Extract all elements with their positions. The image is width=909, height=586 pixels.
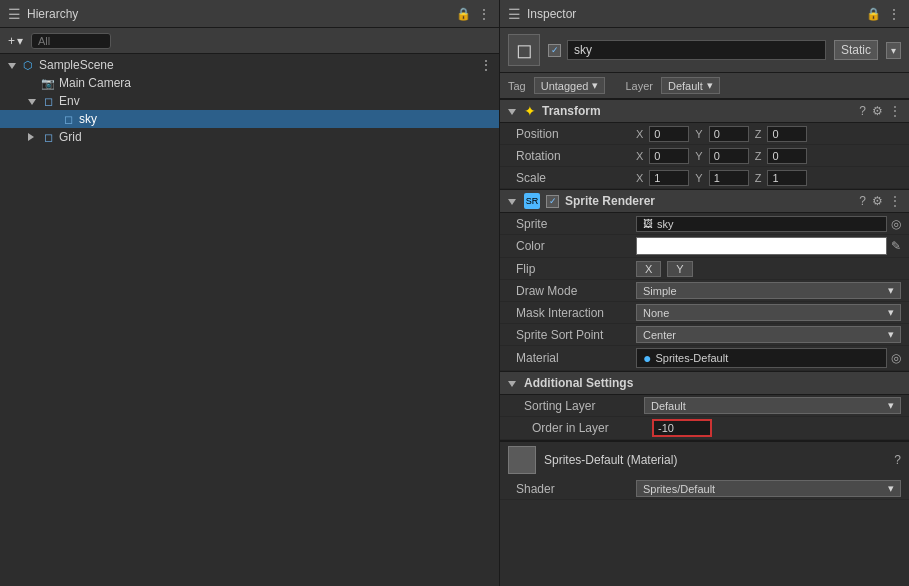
inspector-title: Inspector (527, 7, 576, 21)
tree-item-sky[interactable]: ◻ sky (0, 110, 499, 128)
scale-x-input[interactable] (649, 170, 689, 186)
hierarchy-search-input[interactable] (31, 33, 111, 49)
transform-icon: ✦ (524, 103, 536, 119)
sprite-renderer-arrow[interactable] (508, 196, 518, 207)
inspector-lock-icon[interactable]: 🔒 (866, 7, 881, 21)
transform-help-icon[interactable]: ? (859, 104, 866, 118)
rot-z-input[interactable] (767, 148, 807, 164)
hierarchy-header: ☰ Hierarchy 🔒 ⋮ (0, 0, 499, 28)
color-label: Color (516, 239, 636, 253)
inspector-header-icons: 🔒 ⋮ (866, 6, 901, 22)
scale-x-label: X (636, 172, 643, 184)
pos-y-input[interactable] (709, 126, 749, 142)
object-active-checkbox[interactable]: ✓ (548, 44, 561, 57)
sprite-renderer-help-icon[interactable]: ? (859, 194, 866, 208)
add-plus-label: + (8, 34, 15, 48)
sprite-renderer-settings-icon[interactable]: ⚙ (872, 194, 883, 208)
flip-row: Flip X Y (500, 258, 909, 280)
rot-y-input[interactable] (709, 148, 749, 164)
layer-dropdown[interactable]: Default ▾ (661, 77, 720, 94)
tag-dropdown[interactable]: Untagged ▾ (534, 77, 606, 94)
sprite-sort-point-dropdown[interactable]: Center ▾ (636, 326, 901, 343)
draw-mode-arrow: ▾ (888, 284, 894, 297)
material-label: Material (516, 351, 636, 365)
sprite-thumbnail-icon: 🖼 (643, 218, 653, 229)
transform-settings-icon[interactable]: ⚙ (872, 104, 883, 118)
maincamera-icon: 📷 (40, 75, 56, 91)
tag-value: Untagged (541, 80, 589, 92)
material-dot-icon: ● (643, 350, 651, 366)
color-picker[interactable] (636, 237, 887, 255)
pos-z-input[interactable] (767, 126, 807, 142)
inspector-more-icon[interactable]: ⋮ (887, 6, 901, 22)
shader-label: Shader (516, 482, 636, 496)
sprite-value: sky (657, 218, 674, 230)
samplescene-dots[interactable]: ⋮ (479, 57, 499, 73)
layer-label: Layer (625, 80, 653, 92)
mask-interaction-arrow: ▾ (888, 306, 894, 319)
mask-interaction-value: None (643, 307, 669, 319)
additional-settings-title: Additional Settings (524, 376, 901, 390)
draw-mode-label: Draw Mode (516, 284, 636, 298)
sprite-renderer-more-icon[interactable]: ⋮ (889, 194, 901, 208)
static-button[interactable]: Static (834, 40, 878, 60)
tree-item-maincamera[interactable]: 📷 Main Camera (0, 74, 499, 92)
sprite-renderer-enable-checkbox[interactable]: ✓ (546, 195, 559, 208)
material-section-controls: ? (894, 453, 901, 467)
rotation-row: Rotation X Y Z (500, 145, 909, 167)
hierarchy-toolbar: + ▾ (0, 28, 499, 54)
sprite-renderer-controls: ? ⚙ ⋮ (859, 194, 901, 208)
scale-y-input[interactable] (709, 170, 749, 186)
sprite-picker-icon[interactable]: ◎ (891, 217, 901, 231)
shader-dropdown-arrow: ▾ (888, 482, 894, 495)
sprite-input[interactable]: 🖼 sky (636, 216, 887, 232)
flip-y-button[interactable]: Y (667, 261, 692, 277)
env-arrow (28, 96, 40, 107)
mask-interaction-dropdown[interactable]: None ▾ (636, 304, 901, 321)
tree-item-env[interactable]: ◻ Env (0, 92, 499, 110)
sprite-sort-point-row: Sprite Sort Point Center ▾ (500, 324, 909, 346)
hierarchy-header-left: ☰ Hierarchy (8, 6, 78, 22)
add-arrow-label: ▾ (17, 34, 23, 48)
hierarchy-more-icon[interactable]: ⋮ (477, 6, 491, 22)
material-value: Sprites-Default (655, 352, 728, 364)
hierarchy-lock-icon[interactable]: 🔒 (456, 7, 471, 21)
object-name-input[interactable] (567, 40, 826, 60)
material-input[interactable]: ● Sprites-Default (636, 348, 887, 368)
hierarchy-menu-icon[interactable]: ☰ (8, 6, 21, 22)
color-picker-icon[interactable]: ✎ (891, 239, 901, 253)
mask-interaction-row: Mask Interaction None ▾ (500, 302, 909, 324)
position-values: X Y Z (636, 126, 901, 142)
samplescene-icon: ⬡ (20, 57, 36, 73)
add-button[interactable]: + ▾ (8, 34, 23, 48)
hierarchy-title: Hierarchy (27, 7, 78, 21)
tree-item-grid[interactable]: ◻ Grid (0, 128, 499, 146)
material-picker-icon[interactable]: ◎ (891, 351, 901, 365)
transform-more-icon[interactable]: ⋮ (889, 104, 901, 118)
transform-title: Transform (542, 104, 853, 118)
rot-x-input[interactable] (649, 148, 689, 164)
scale-z-input[interactable] (767, 170, 807, 186)
material-help-icon[interactable]: ? (894, 453, 901, 467)
hierarchy-tree: ⬡ SampleScene ⋮ 📷 Main Camera ◻ Env ◻ sk… (0, 54, 499, 586)
sprite-renderer-title: Sprite Renderer (565, 194, 853, 208)
additional-settings-arrow[interactable] (508, 378, 518, 389)
shader-dropdown[interactable]: Sprites/Default ▾ (636, 480, 901, 497)
transform-arrow[interactable] (508, 106, 518, 117)
rotation-values: X Y Z (636, 148, 901, 164)
scale-row: Scale X Y Z (500, 167, 909, 189)
pos-x-label: X (636, 128, 643, 140)
pos-y-label: Y (695, 128, 702, 140)
layer-dropdown-arrow: ▾ (707, 79, 713, 92)
inspector-menu-icon[interactable]: ☰ (508, 6, 521, 22)
grid-label: Grid (59, 130, 82, 144)
pos-x-input[interactable] (649, 126, 689, 142)
tree-item-samplescene[interactable]: ⬡ SampleScene ⋮ (0, 56, 499, 74)
sorting-layer-value: Default (651, 400, 686, 412)
sorting-layer-dropdown[interactable]: Default ▾ (644, 397, 901, 414)
draw-mode-dropdown[interactable]: Simple ▾ (636, 282, 901, 299)
order-in-layer-input[interactable] (652, 419, 712, 437)
flip-x-button[interactable]: X (636, 261, 661, 277)
rot-y-label: Y (695, 150, 702, 162)
static-arrow-button[interactable]: ▾ (886, 42, 901, 59)
